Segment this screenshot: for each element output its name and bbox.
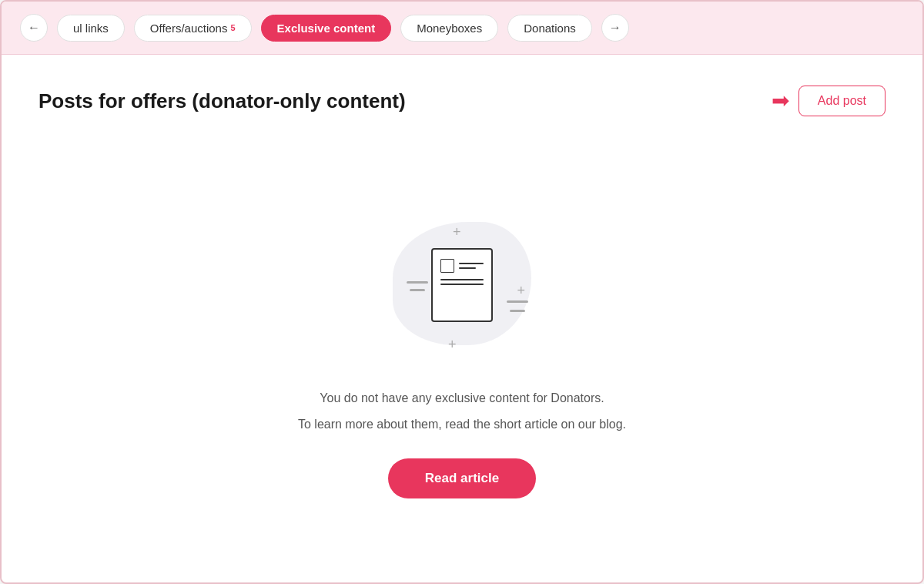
add-post-button[interactable]: Add post — [798, 86, 886, 116]
tab-bar: ← ul links Offers/auctions5 Exclusive co… — [2, 2, 922, 55]
deco-plus-2: + — [448, 337, 457, 351]
doc-lines-bottom — [440, 279, 484, 311]
empty-subtext: To learn more about them, read the short… — [298, 415, 626, 435]
page-header: Posts for offers (donator-only content) … — [38, 86, 886, 116]
doc-line-full-1 — [459, 263, 484, 264]
page-container: ← ul links Offers/auctions5 Exclusive co… — [0, 0, 924, 584]
deco-line-4 — [510, 310, 525, 312]
doc-lines-right — [459, 263, 484, 269]
empty-text: You do not have any exclusive content fo… — [320, 388, 604, 408]
empty-state: + + + — [38, 147, 886, 552]
tab-donations[interactable]: Donations — [507, 15, 592, 42]
tab-offers-auctions[interactable]: Offers/auctions5 — [134, 15, 252, 42]
arrow-right-icon: ➡ — [772, 90, 789, 112]
doc-top-row — [440, 259, 484, 273]
empty-illustration: + + + — [377, 200, 547, 370]
tab-badge-offers: 5 — [230, 23, 235, 32]
doc-line-full-2 — [440, 279, 484, 280]
doc-line-short-1 — [459, 267, 476, 269]
tab-moneyboxes[interactable]: Moneyboxes — [400, 15, 498, 42]
tab-useful-links[interactable]: ul links — [57, 15, 125, 42]
deco-line-2 — [410, 289, 425, 291]
deco-plus-1: + — [453, 225, 461, 239]
deco-line-3 — [507, 300, 528, 303]
tab-exclusive-content[interactable]: Exclusive content — [261, 15, 392, 42]
main-content: Posts for offers (donator-only content) … — [2, 55, 922, 582]
deco-plus-3: + — [517, 284, 525, 297]
doc-square — [440, 259, 454, 273]
deco-line-1 — [407, 281, 428, 284]
doc-line-full-3 — [440, 284, 484, 285]
next-tab-button[interactable]: → — [601, 14, 629, 42]
document-icon — [431, 248, 493, 322]
header-actions: ➡ Add post — [772, 86, 886, 116]
prev-tab-button[interactable]: ← — [20, 14, 48, 42]
read-article-button[interactable]: Read article — [388, 458, 536, 498]
page-title: Posts for offers (donator-only content) — [38, 89, 406, 113]
